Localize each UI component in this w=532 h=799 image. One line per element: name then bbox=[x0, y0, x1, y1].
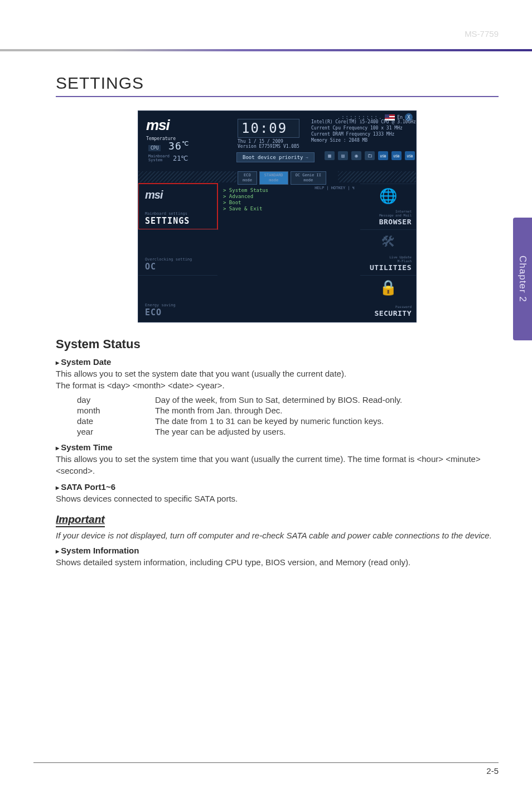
cell-val: The month from Jan. through Dec. bbox=[155, 405, 402, 416]
model-number: MS-7759 bbox=[465, 29, 499, 38]
cpu-label: CPU bbox=[148, 145, 161, 151]
device-ssd-icon[interactable]: ▤ bbox=[338, 151, 348, 160]
device-hdd-icon[interactable]: ▦ bbox=[325, 151, 335, 160]
nav-security[interactable]: 🔒 Password SECURITY bbox=[360, 275, 416, 321]
msi-logo: msi bbox=[146, 117, 176, 134]
chapter-tab: Chapter 2 bbox=[513, 218, 532, 340]
system-date-p2: The format is <day> <month> <date> <year… bbox=[56, 379, 499, 391]
table-row: dayDay of the week, from Sun to Sat, det… bbox=[77, 394, 402, 405]
menu-boot[interactable]: Boot bbox=[223, 200, 355, 205]
cell-key: date bbox=[77, 416, 155, 426]
section-rule bbox=[56, 96, 499, 97]
cell-key: month bbox=[77, 405, 155, 416]
hatch-right bbox=[338, 171, 416, 182]
cell-key: day bbox=[77, 394, 155, 405]
bios-version: Version E7759IMS V1.0B5 bbox=[238, 144, 299, 149]
menu-save-exit[interactable]: Save & Exit bbox=[223, 206, 355, 211]
nav-utilities-sub: Live UpdateM-Flash bbox=[389, 255, 412, 263]
device-folder-icon[interactable]: 🗀 bbox=[365, 151, 375, 160]
clock-time: 10:09 bbox=[238, 119, 299, 138]
mainboard-label: MainboardSystem bbox=[148, 155, 170, 162]
boot-device-row: ▦ ▤ ◉ 🗀 USB USB USB ▣ ▸ bbox=[325, 151, 417, 160]
nav-oc-label: OC bbox=[145, 262, 156, 272]
nav-browser[interactable]: 🌐 InternetMessage and Mail BROWSER bbox=[360, 184, 416, 229]
nav-eco[interactable]: Energy saving ECO bbox=[138, 275, 217, 321]
sata-port-p: Shows devices connected to specific SATA… bbox=[56, 493, 499, 504]
tools-icon: 🛠 bbox=[364, 233, 413, 252]
msi-icon: msi bbox=[145, 189, 162, 201]
nav-settings-label: SETTINGS bbox=[145, 216, 190, 226]
important-label: Important bbox=[56, 513, 105, 527]
cell-val: The date from 1 to 31 can be keyed by nu… bbox=[155, 416, 402, 426]
cell-key: year bbox=[77, 426, 155, 437]
cell-val: Day of the week, from Sun to Sat, determ… bbox=[155, 394, 402, 405]
section-title: SETTINGS bbox=[56, 74, 499, 93]
nav-eco-sub: Energy saving bbox=[145, 303, 176, 307]
nav-settings-sub: Mainboard settings bbox=[145, 211, 187, 216]
system-date-p1: This allows you to set the system date t… bbox=[56, 368, 499, 379]
sys-info-block: Intel(R) Core(TM) i5-2400 CPU @ 3.10GHz … bbox=[311, 119, 416, 143]
table-row: monthThe month from Jan. through Dec. bbox=[77, 405, 402, 416]
mode-ocgenie[interactable]: OC Genie IImode bbox=[291, 171, 326, 185]
lock-icon: 🔒 bbox=[364, 279, 413, 298]
nav-oc-sub: Overclocking setting bbox=[145, 257, 192, 262]
nav-browser-sub: InternetMessage and Mail bbox=[379, 209, 412, 217]
mainboard-temp: 21℃ bbox=[173, 155, 188, 162]
mode-tabs: ECOmode STANDARDmode OC Genie IImode bbox=[238, 171, 326, 185]
nav-utilities[interactable]: 🛠 Live UpdateM-Flash UTILITIES bbox=[360, 229, 416, 275]
system-information-p: Shows detailed system information, inclu… bbox=[56, 556, 499, 568]
nav-security-sub: Password bbox=[395, 305, 412, 309]
nav-utilities-label: UTILITIES bbox=[370, 263, 412, 272]
bios-screenshot: .:::::::::. En X msi Temperature CPU 36℃… bbox=[138, 110, 417, 323]
device-usb1-icon[interactable]: USB bbox=[378, 151, 388, 160]
page-header: MS-7759 bbox=[0, 0, 532, 51]
system-date-heading: System Date bbox=[56, 357, 499, 367]
system-time-heading: System Time bbox=[56, 442, 499, 452]
nav-oc[interactable]: Overclocking setting OC bbox=[138, 229, 217, 275]
menu-panel: HELP | HOTKEY | ↯ System Status Advanced… bbox=[217, 184, 360, 322]
globe-icon: 🌐 bbox=[364, 187, 413, 206]
device-usb3-icon[interactable]: USB bbox=[405, 151, 415, 160]
table-row: dateThe date from 1 to 31 can be keyed b… bbox=[77, 416, 402, 426]
sata-port-heading: SATA Port1~6 bbox=[56, 482, 499, 492]
page-number: 2-5 bbox=[33, 766, 499, 776]
mode-standard[interactable]: STANDARDmode bbox=[259, 171, 288, 185]
page-footer: 2-5 bbox=[33, 762, 499, 776]
header-rule bbox=[0, 49, 532, 51]
chapter-tab-label: Chapter 2 bbox=[517, 256, 528, 302]
cell-val: The year can be adjusted by users. bbox=[155, 426, 402, 437]
device-cd-icon[interactable]: ◉ bbox=[351, 151, 361, 160]
mode-eco[interactable]: ECOmode bbox=[238, 171, 257, 185]
system-time-p: This allows you to set the system time t… bbox=[56, 453, 499, 476]
system-status-heading: System Status bbox=[56, 337, 499, 352]
nav-browser-label: BROWSER bbox=[379, 218, 412, 226]
nav-eco-label: ECO bbox=[145, 307, 162, 317]
nav-settings[interactable]: msi Mainboard settings SETTINGS bbox=[138, 184, 217, 229]
hatch-left bbox=[138, 171, 236, 182]
cpu-temp: 36℃ bbox=[168, 140, 189, 152]
clock-date: Thu 1 / 15 / 2009 bbox=[238, 139, 299, 144]
menu-advanced[interactable]: Advanced bbox=[223, 194, 355, 199]
system-information-heading: System Information bbox=[56, 546, 499, 555]
device-usb2-icon[interactable]: USB bbox=[391, 151, 402, 160]
date-format-table: dayDay of the week, from Sun to Sat, det… bbox=[77, 394, 402, 437]
footer-rule bbox=[33, 762, 499, 763]
nav-security-label: SECURITY bbox=[374, 309, 412, 317]
boot-priority-button[interactable]: Boot device priority bbox=[236, 152, 315, 162]
help-hotkey[interactable]: HELP | HOTKEY | ↯ bbox=[315, 186, 355, 190]
important-body: If your device is not displayed, turn of… bbox=[56, 531, 499, 540]
table-row: yearThe year can be adjusted by users. bbox=[77, 426, 402, 437]
